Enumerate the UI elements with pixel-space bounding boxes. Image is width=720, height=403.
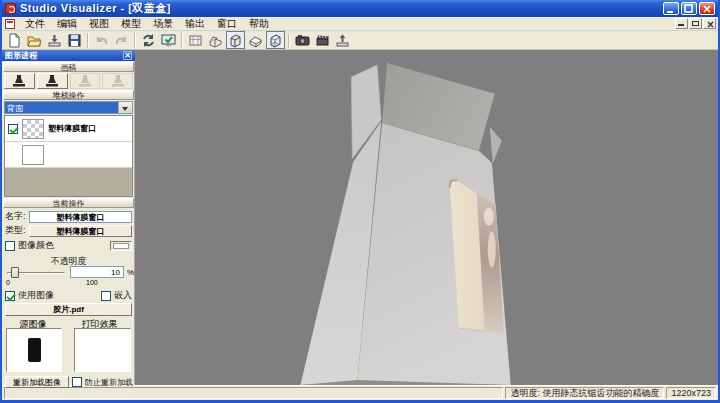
animation-button[interactable] xyxy=(313,31,332,49)
verify-display-button[interactable] xyxy=(159,31,178,49)
reload-row: 重新加载图像 防止重新加载 xyxy=(2,376,135,388)
film-shape xyxy=(28,338,41,362)
opacity-label: 不透明度 xyxy=(2,255,135,264)
open-folder-icon xyxy=(27,33,42,48)
minimize-button[interactable] xyxy=(663,2,679,15)
side-select-value: 背面 xyxy=(5,102,118,113)
mdi-minimize-button[interactable] xyxy=(675,18,688,29)
source-image-label: 源图像 xyxy=(2,318,64,327)
mdi-restore-button[interactable] xyxy=(689,18,702,29)
menu-scene[interactable]: 场景 xyxy=(147,16,179,32)
box-3d-render xyxy=(135,50,718,385)
restore-icon xyxy=(692,21,699,26)
wireframe-box-icon xyxy=(268,33,283,48)
opacity-unit: % xyxy=(127,268,134,277)
layer-thumbnail xyxy=(22,145,44,165)
artwork-stamp-button-3[interactable] xyxy=(70,73,101,89)
film-shape-preview xyxy=(97,339,109,361)
artwork-stamp-button-2[interactable] xyxy=(37,73,68,89)
save-button[interactable] xyxy=(65,31,84,49)
cube-view-button[interactable] xyxy=(246,31,265,49)
opacity-slider-row: 10 % xyxy=(2,266,135,279)
film-file-button[interactable]: 胶片.pdf xyxy=(5,303,132,316)
thumbnails-row xyxy=(2,328,135,374)
opacity-input[interactable]: 10 xyxy=(70,266,124,278)
artwork-stamp-button-1[interactable] xyxy=(4,73,35,89)
refresh-button[interactable] xyxy=(139,31,158,49)
close-button[interactable] xyxy=(699,2,715,15)
prevent-reload-checkbox[interactable] xyxy=(72,377,82,387)
image-color-row: 图像颜色 xyxy=(2,240,135,251)
viewport-3d[interactable] xyxy=(135,50,718,385)
type-label: 类型: xyxy=(5,224,26,237)
layer-visibility-checkbox[interactable] xyxy=(8,124,18,134)
undo-icon xyxy=(94,33,109,48)
menu-model[interactable]: 模型 xyxy=(115,16,147,32)
undo-button[interactable] xyxy=(92,31,111,49)
opacity-slider-handle[interactable] xyxy=(11,267,19,278)
menu-window[interactable]: 窗口 xyxy=(211,16,243,32)
box-right-flap xyxy=(490,127,502,164)
print-effect-thumbnail[interactable] xyxy=(74,328,131,372)
thumbnail-labels: 源图像 打印效果 xyxy=(2,318,135,327)
stamp-icon xyxy=(10,74,28,88)
name-input[interactable]: 塑料薄膜窗口 xyxy=(29,211,132,223)
use-image-label: 使用图像 xyxy=(18,289,54,302)
color-well-button[interactable] xyxy=(110,241,132,251)
graphics-process-panel: 图形进程 ✕ 画稿 堆栈操作 背面 塑料薄膜窗口 xyxy=(2,50,135,385)
open-button[interactable] xyxy=(25,31,44,49)
toolbar-separator xyxy=(181,33,183,48)
menu-view[interactable]: 视图 xyxy=(83,16,115,32)
sheet-view-icon xyxy=(188,33,203,48)
prevent-reload-label: 防止重新加载 xyxy=(85,377,133,388)
side-select[interactable]: 背面 xyxy=(4,101,133,114)
wireframe-view-button[interactable] xyxy=(266,31,285,49)
minimize-icon xyxy=(666,4,677,15)
opacity-scale: 0 100 xyxy=(2,279,135,287)
artwork-stamp-button-4[interactable] xyxy=(102,73,133,89)
document-icon[interactable] xyxy=(5,19,15,29)
panel-close-icon[interactable]: ✕ xyxy=(123,51,132,60)
export-button[interactable] xyxy=(333,31,352,49)
list-item[interactable] xyxy=(5,142,132,168)
redo-icon xyxy=(114,33,129,48)
toolbar-separator xyxy=(288,33,290,48)
import-button[interactable] xyxy=(45,31,64,49)
type-button[interactable]: 塑料薄膜窗口 xyxy=(29,225,132,237)
embed-checkbox[interactable] xyxy=(101,291,111,301)
artwork-buttons xyxy=(2,73,135,89)
menu-edit[interactable]: 编辑 xyxy=(51,16,83,32)
import-icon xyxy=(47,33,62,48)
source-image-thumbnail[interactable] xyxy=(6,328,62,372)
mdi-close-button[interactable] xyxy=(703,18,716,29)
film-highlight xyxy=(484,208,494,226)
panel-title: 图形进程 xyxy=(5,50,37,61)
app-icon xyxy=(5,3,16,14)
scale-min-label: 0 xyxy=(6,279,10,286)
image-color-checkbox[interactable] xyxy=(5,241,15,251)
menu-file[interactable]: 文件 xyxy=(19,16,51,32)
chevron-down-icon[interactable] xyxy=(118,102,132,113)
scale-max-label: 100 xyxy=(86,279,98,286)
fold-preview-button[interactable] xyxy=(206,31,225,49)
snapshot-button[interactable] xyxy=(293,31,312,49)
close-icon xyxy=(702,4,713,15)
redo-button[interactable] xyxy=(112,31,131,49)
use-image-checkbox[interactable] xyxy=(5,291,15,301)
transparency-status: 透明度: 使用静态抗锯齿功能的精确度 xyxy=(505,387,664,399)
film-highlight xyxy=(488,231,496,267)
reload-image-button[interactable]: 重新加载图像 xyxy=(5,376,69,388)
menu-output[interactable]: 输出 xyxy=(179,16,211,32)
menu-help[interactable]: 帮助 xyxy=(243,16,275,32)
list-item[interactable]: 塑料薄膜窗口 xyxy=(5,116,132,142)
box-3d-view-button[interactable] xyxy=(226,31,245,49)
toolbar-separator xyxy=(87,33,89,48)
cube-icon xyxy=(248,33,263,48)
title-bar[interactable]: Studio Visualizer - [双盖盒] xyxy=(2,0,718,17)
minimize-icon xyxy=(678,24,684,26)
panel-title-bar[interactable]: 图形进程 ✕ xyxy=(2,50,135,61)
image-color-label: 图像颜色 xyxy=(18,239,54,252)
sheet-view-button[interactable] xyxy=(186,31,205,49)
new-document-button[interactable] xyxy=(5,31,24,49)
maximize-button[interactable] xyxy=(681,2,697,15)
